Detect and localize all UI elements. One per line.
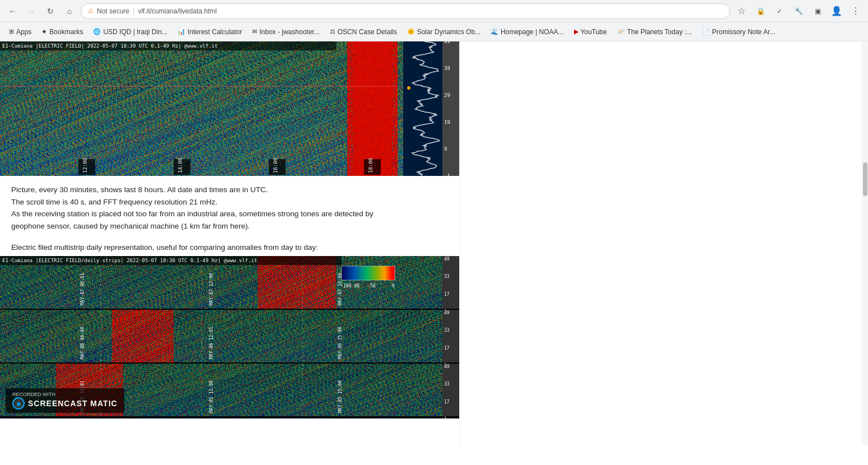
- recorded-with-text: RECORDED WITH: [12, 392, 118, 397]
- bookmark-youtube[interactable]: ▶ YouTube: [570, 26, 612, 38]
- bookmark-usd-iqd[interactable]: 🌐 USD IQD | Iraqi Din...: [88, 26, 171, 38]
- globe-icon-1: 🌐: [93, 28, 101, 35]
- scrollbar-thumb[interactable]: [863, 162, 867, 196]
- bookmark-planets[interactable]: 🪐 The Planets Today :...: [613, 26, 697, 38]
- screencast-watermark: RECORDED WITH ◉ SCREENCAST MATIC: [6, 388, 124, 413]
- sun-icon: 🌞: [407, 28, 415, 35]
- bookmark-inbox[interactable]: ✉ Inbox - jwashooter...: [248, 26, 324, 38]
- description-block: Picture, every 30 minutes, shows last 8 …: [0, 176, 459, 238]
- section-title: Electric filed multistrip daily represen…: [0, 238, 459, 256]
- navigation-bar: ← → ↻ ⌂ ⚠ Not secure | vlf.it/cumiana/li…: [0, 0, 868, 22]
- back-button[interactable]: ←: [4, 3, 20, 19]
- wave-icon: 🌊: [491, 28, 498, 35]
- mail-icon: ✉: [252, 28, 257, 35]
- home-button[interactable]: ⌂: [62, 3, 77, 19]
- bookmark-solar[interactable]: 🌞 Solar Dynamics Ob...: [403, 26, 485, 38]
- spectrogram-bottom: RECORDED WITH ◉ SCREENCAST MATIC: [0, 256, 459, 418]
- desc-line-1: Picture, every 30 minutes, shows last 8 …: [11, 184, 448, 196]
- doc-icon: 📄: [702, 28, 710, 35]
- spectrogram-top: [0, 41, 459, 176]
- bookmark-bookmarks[interactable]: ★ Bookmarks: [37, 26, 87, 38]
- screencast-logo: ◉: [12, 397, 25, 410]
- desc-line-2: The scroll time is 40 s, and FFT frequen…: [11, 196, 448, 208]
- screencast-brand: SCREENCAST MATIC: [28, 399, 118, 408]
- bookmark-noaa[interactable]: 🌊 Homepage | NOAA...: [486, 26, 568, 38]
- url-text: vlf.it/cumiana/livedata.html: [138, 7, 217, 15]
- refresh-button[interactable]: ↻: [43, 3, 58, 19]
- bookmark-promissory[interactable]: 📄 Promissory Note Ar...: [698, 26, 780, 38]
- address-bar[interactable]: ⚠ Not secure | vlf.it/cumiana/livedata.h…: [81, 3, 730, 19]
- scrollbar[interactable]: [861, 41, 868, 445]
- main-content: Picture, every 30 minutes, shows last 8 …: [0, 41, 459, 445]
- security-text: Not secure: [97, 7, 129, 15]
- extension-btn-1[interactable]: 🔒: [753, 3, 768, 19]
- right-panel: [459, 41, 868, 445]
- extension-btn-3[interactable]: 🔧: [791, 3, 806, 19]
- forward-button[interactable]: →: [24, 3, 39, 19]
- lock-icon: ⚠: [88, 7, 94, 15]
- star-icon: ★: [41, 28, 47, 35]
- bookmark-interest[interactable]: 📊 Interest Calculator: [173, 26, 246, 38]
- section-title-text: Electric filed multistrip daily represen…: [11, 243, 448, 252]
- extension-btn-2[interactable]: ✓: [772, 3, 787, 19]
- page-content: Picture, every 30 minutes, shows last 8 …: [0, 41, 868, 445]
- bookmark-apps[interactable]: ⊞ Apps: [4, 26, 36, 38]
- profile-btn[interactable]: 👤: [829, 3, 844, 19]
- desc-line-3: As the receiving station is placed not t…: [11, 208, 448, 220]
- bookmarks-bar: ⊞ Apps ★ Bookmarks 🌐 USD IQD | Iraqi Din…: [0, 22, 868, 41]
- apps-icon: ⊞: [9, 28, 14, 35]
- bookmark-oscn[interactable]: ⚖ OSCN Case Details: [325, 26, 402, 38]
- planet-icon: 🪐: [617, 28, 625, 35]
- law-icon: ⚖: [330, 28, 335, 35]
- calc-icon: 📊: [178, 28, 185, 35]
- bookmark-star[interactable]: ☆: [734, 3, 749, 19]
- youtube-icon: ▶: [574, 28, 578, 35]
- desc-line-4: geophone sensor, caused by mechanical ma…: [11, 220, 448, 232]
- sidebar-btn[interactable]: ▣: [810, 3, 825, 19]
- menu-btn[interactable]: ⋮: [848, 3, 864, 19]
